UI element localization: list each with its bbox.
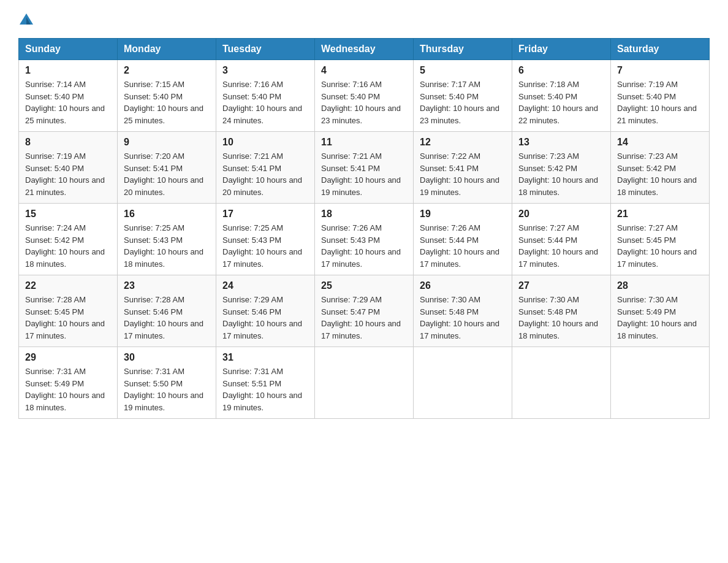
table-row: 1 Sunrise: 7:14 AM Sunset: 5:40 PM Dayli… xyxy=(19,60,118,132)
sunset-label: Sunset: 5:44 PM xyxy=(518,236,577,245)
table-row: 30 Sunrise: 7:31 AM Sunset: 5:50 PM Dayl… xyxy=(118,347,216,419)
table-row: 31 Sunrise: 7:31 AM Sunset: 5:51 PM Dayl… xyxy=(216,347,315,419)
day-info: Sunrise: 7:26 AM Sunset: 5:44 PM Dayligh… xyxy=(420,222,506,270)
sunset-label: Sunset: 5:44 PM xyxy=(420,236,479,245)
day-number: 18 xyxy=(321,209,407,220)
sunrise-label: Sunrise: 7:20 AM xyxy=(124,151,184,161)
sunrise-label: Sunrise: 7:30 AM xyxy=(518,295,579,304)
day-number: 5 xyxy=(420,65,506,76)
day-number: 9 xyxy=(124,137,210,148)
table-row: 27 Sunrise: 7:30 AM Sunset: 5:48 PM Dayl… xyxy=(512,275,611,347)
day-number: 2 xyxy=(124,65,210,76)
day-info: Sunrise: 7:26 AM Sunset: 5:43 PM Dayligh… xyxy=(321,222,407,270)
table-row: 15 Sunrise: 7:24 AM Sunset: 5:42 PM Dayl… xyxy=(19,204,118,275)
table-row: 29 Sunrise: 7:31 AM Sunset: 5:49 PM Dayl… xyxy=(19,347,118,419)
day-number: 14 xyxy=(617,137,703,148)
day-number: 24 xyxy=(222,280,308,291)
sunrise-label: Sunrise: 7:24 AM xyxy=(25,223,86,232)
table-row: 4 Sunrise: 7:16 AM Sunset: 5:40 PM Dayli… xyxy=(315,60,414,132)
day-info: Sunrise: 7:21 AM Sunset: 5:41 PM Dayligh… xyxy=(321,150,407,198)
sunrise-label: Sunrise: 7:22 AM xyxy=(420,151,480,161)
sunset-label: Sunset: 5:40 PM xyxy=(222,92,281,101)
day-number: 1 xyxy=(25,65,111,76)
sunrise-label: Sunrise: 7:17 AM xyxy=(420,80,480,89)
sunrise-label: Sunrise: 7:23 AM xyxy=(617,151,678,161)
day-number: 25 xyxy=(321,280,407,291)
table-row: 6 Sunrise: 7:18 AM Sunset: 5:40 PM Dayli… xyxy=(512,60,611,132)
daylight-label: Daylight: 10 hours and 17 minutes. xyxy=(420,247,499,269)
sunset-label: Sunset: 5:41 PM xyxy=(124,164,183,173)
sunrise-label: Sunrise: 7:15 AM xyxy=(124,80,184,89)
sunrise-label: Sunrise: 7:23 AM xyxy=(518,151,579,161)
daylight-label: Daylight: 10 hours and 25 minutes. xyxy=(25,104,105,125)
day-info: Sunrise: 7:30 AM Sunset: 5:48 PM Dayligh… xyxy=(518,294,604,342)
day-info: Sunrise: 7:30 AM Sunset: 5:48 PM Dayligh… xyxy=(420,294,506,342)
sunset-label: Sunset: 5:40 PM xyxy=(518,92,577,101)
table-row: 21 Sunrise: 7:27 AM Sunset: 5:45 PM Dayl… xyxy=(611,204,710,275)
daylight-label: Daylight: 10 hours and 19 minutes. xyxy=(222,391,302,412)
table-row: 2 Sunrise: 7:15 AM Sunset: 5:40 PM Dayli… xyxy=(118,60,216,132)
day-info: Sunrise: 7:18 AM Sunset: 5:40 PM Dayligh… xyxy=(518,79,604,126)
day-number: 15 xyxy=(25,209,111,220)
day-info: Sunrise: 7:24 AM Sunset: 5:42 PM Dayligh… xyxy=(25,222,111,270)
day-info: Sunrise: 7:15 AM Sunset: 5:40 PM Dayligh… xyxy=(124,79,210,126)
day-number: 6 xyxy=(518,65,604,76)
day-info: Sunrise: 7:23 AM Sunset: 5:42 PM Dayligh… xyxy=(518,150,604,198)
daylight-label: Daylight: 10 hours and 25 minutes. xyxy=(124,104,203,125)
col-header-sunday: Sunday xyxy=(19,39,118,60)
sunset-label: Sunset: 5:48 PM xyxy=(420,307,479,316)
col-header-tuesday: Tuesday xyxy=(216,39,315,60)
table-row: 13 Sunrise: 7:23 AM Sunset: 5:42 PM Dayl… xyxy=(512,132,611,204)
daylight-label: Daylight: 10 hours and 19 minutes. xyxy=(124,391,203,412)
table-row: 18 Sunrise: 7:26 AM Sunset: 5:43 PM Dayl… xyxy=(315,204,414,275)
table-row: 16 Sunrise: 7:25 AM Sunset: 5:43 PM Dayl… xyxy=(118,204,216,275)
table-row: 7 Sunrise: 7:19 AM Sunset: 5:40 PM Dayli… xyxy=(611,60,710,132)
day-info: Sunrise: 7:19 AM Sunset: 5:40 PM Dayligh… xyxy=(25,150,111,198)
sunrise-label: Sunrise: 7:19 AM xyxy=(617,80,678,89)
day-number: 7 xyxy=(617,65,703,76)
day-info: Sunrise: 7:29 AM Sunset: 5:46 PM Dayligh… xyxy=(222,294,308,342)
calendar-week-row: 29 Sunrise: 7:31 AM Sunset: 5:49 PM Dayl… xyxy=(19,347,710,419)
table-row: 28 Sunrise: 7:30 AM Sunset: 5:49 PM Dayl… xyxy=(611,275,710,347)
table-row: 11 Sunrise: 7:21 AM Sunset: 5:41 PM Dayl… xyxy=(315,132,414,204)
sunrise-label: Sunrise: 7:27 AM xyxy=(617,223,678,232)
daylight-label: Daylight: 10 hours and 18 minutes. xyxy=(124,247,203,269)
sunset-label: Sunset: 5:48 PM xyxy=(518,307,577,316)
daylight-label: Daylight: 10 hours and 17 minutes. xyxy=(222,247,302,269)
day-number: 17 xyxy=(222,209,308,220)
sunset-label: Sunset: 5:47 PM xyxy=(321,307,380,316)
sunset-label: Sunset: 5:40 PM xyxy=(617,92,676,101)
daylight-label: Daylight: 10 hours and 21 minutes. xyxy=(25,175,105,197)
sunrise-label: Sunrise: 7:16 AM xyxy=(222,80,283,89)
daylight-label: Daylight: 10 hours and 18 minutes. xyxy=(617,175,697,197)
calendar-week-row: 22 Sunrise: 7:28 AM Sunset: 5:45 PM Dayl… xyxy=(19,275,710,347)
daylight-label: Daylight: 10 hours and 23 minutes. xyxy=(420,104,499,125)
sunset-label: Sunset: 5:43 PM xyxy=(124,236,183,245)
sunset-label: Sunset: 5:42 PM xyxy=(25,236,84,245)
day-number: 13 xyxy=(518,137,604,148)
sunrise-label: Sunrise: 7:28 AM xyxy=(25,295,86,304)
daylight-label: Daylight: 10 hours and 24 minutes. xyxy=(222,104,302,125)
sunset-label: Sunset: 5:49 PM xyxy=(617,307,676,316)
table-row: 24 Sunrise: 7:29 AM Sunset: 5:46 PM Dayl… xyxy=(216,275,315,347)
day-info: Sunrise: 7:17 AM Sunset: 5:40 PM Dayligh… xyxy=(420,79,506,126)
sunset-label: Sunset: 5:41 PM xyxy=(222,164,281,173)
calendar-table: Sunday Monday Tuesday Wednesday Thursday… xyxy=(18,38,710,419)
day-number: 31 xyxy=(222,352,308,363)
day-info: Sunrise: 7:31 AM Sunset: 5:49 PM Dayligh… xyxy=(25,366,111,413)
sunset-label: Sunset: 5:51 PM xyxy=(222,379,281,388)
daylight-label: Daylight: 10 hours and 19 minutes. xyxy=(321,175,401,197)
daylight-label: Daylight: 10 hours and 19 minutes. xyxy=(420,175,499,197)
logo xyxy=(18,12,33,26)
sunrise-label: Sunrise: 7:19 AM xyxy=(25,151,86,161)
col-header-thursday: Thursday xyxy=(414,39,512,60)
sunset-label: Sunset: 5:46 PM xyxy=(124,307,183,316)
day-info: Sunrise: 7:30 AM Sunset: 5:49 PM Dayligh… xyxy=(617,294,703,342)
daylight-label: Daylight: 10 hours and 17 minutes. xyxy=(617,247,697,269)
day-number: 26 xyxy=(420,280,506,291)
daylight-label: Daylight: 10 hours and 21 minutes. xyxy=(617,104,697,125)
sunset-label: Sunset: 5:49 PM xyxy=(25,379,84,388)
sunrise-label: Sunrise: 7:25 AM xyxy=(124,223,184,232)
sunrise-label: Sunrise: 7:28 AM xyxy=(124,295,184,304)
table-row: 19 Sunrise: 7:26 AM Sunset: 5:44 PM Dayl… xyxy=(414,204,512,275)
